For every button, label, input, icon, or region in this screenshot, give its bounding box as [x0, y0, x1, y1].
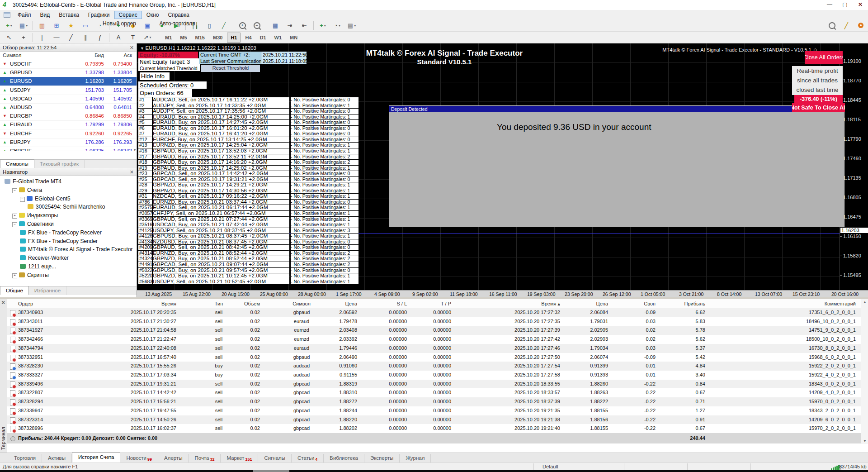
maximize-button[interactable]: ▢	[837, 0, 853, 10]
column-header-oprice[interactable]: Цена	[312, 299, 357, 308]
market-row-gbpchf[interactable]: ▲GBPCHF1.062251.06242▾	[0, 147, 137, 151]
line-chart-button[interactable]: ╱	[217, 20, 231, 31]
terminal-close-icon[interactable]: ✕	[1, 300, 5, 305]
column-header-cprice[interactable]: Цена	[563, 299, 608, 308]
column-header-0[interactable]: Символ	[3, 52, 21, 58]
expand-plus-icon[interactable]: +	[12, 273, 17, 278]
column-header-1[interactable]: Бид	[94, 52, 104, 58]
close-button[interactable]: ✕	[853, 0, 868, 10]
fibo-tool-button[interactable]: ƒ	[93, 32, 107, 43]
timeframe-m15-button[interactable]: M15	[192, 33, 208, 43]
terminal-scrollbar[interactable]: ▲ ▼	[861, 299, 868, 444]
menu-файл[interactable]: Файл	[13, 11, 36, 19]
templates-button[interactable]: ▤▾	[345, 20, 359, 31]
collapse-minus-icon[interactable]: −	[20, 197, 25, 202]
zoom-out-button[interactable]: −	[250, 20, 264, 31]
data-window-toggle-button[interactable]: ⊞	[50, 20, 63, 31]
zoom-in-button[interactable]: +	[236, 20, 249, 31]
navigator-item-3[interactable]: 30025494: Serhii Marchenko	[28, 204, 105, 210]
table-row[interactable]: 3873447942025.10.17 22:40:08sell0.02eura…	[7, 344, 861, 353]
column-header-comment[interactable]: Комментарий	[720, 299, 856, 308]
navigator-item-4[interactable]: +Индикаторы	[12, 212, 58, 219]
navigator-toggle-button[interactable]: ★	[64, 20, 78, 31]
timeframe-m5-button[interactable]: M5	[176, 33, 190, 43]
menu-окно[interactable]: Окно	[142, 11, 164, 19]
market-row-eurgbp[interactable]: ▼EURGBP0.868460.86850	[0, 112, 137, 121]
table-row[interactable]: 3873394962025.10.17 19:31:21sell0.02gbpc…	[7, 380, 861, 389]
menu-вид[interactable]: Вид	[36, 11, 55, 19]
navigator-item-11[interactable]: +Скрипты	[12, 272, 49, 279]
market-row-usdjpy[interactable]: ▲USDJPY151.703151.705	[0, 86, 137, 95]
navigator-item-7[interactable]: FX Blue - TradeCopy Sender	[20, 238, 98, 245]
navigator-item-10[interactable]: 1211 еще...	[20, 263, 56, 270]
market-row-eurusd[interactable]: ▲EURUSD1.162031.16205	[0, 77, 137, 86]
column-header-2[interactable]: Аск	[124, 52, 132, 58]
navigator-item-6[interactable]: FX Blue - TradeCopy Receiver	[20, 229, 102, 236]
collapse-minus-icon[interactable]: −	[12, 222, 17, 227]
tab-активы[interactable]: Активы	[42, 454, 72, 462]
new-chart-button[interactable]: +▾	[2, 20, 16, 31]
vline-tool-button[interactable]: |	[35, 32, 49, 43]
navigator-close-icon[interactable]: ✕	[130, 168, 134, 176]
column-header-swap[interactable]: Своп	[619, 299, 656, 308]
column-header-tp[interactable]: T / P	[406, 299, 451, 308]
navigator-item-5[interactable]: −Советники	[12, 221, 54, 228]
column-header-vol[interactable]: Объем	[224, 299, 260, 308]
tab-маркет[interactable]: Маркет151	[221, 454, 258, 462]
tab-алерты[interactable]: Алерты	[158, 454, 189, 462]
menu-справка[interactable]: Справка	[164, 11, 194, 19]
options-button[interactable]: ▣	[141, 20, 154, 31]
new-order-button[interactable]: +Новый ордер	[112, 20, 125, 31]
table-row[interactable]: 3873329512025.10.17 16:57:40sell0.02gbpa…	[7, 353, 861, 362]
table-row[interactable]: 3873282302025.10.17 15:55:26buy0.02audca…	[7, 362, 861, 371]
timeframe-mn-button[interactable]: MN	[286, 33, 301, 43]
periods-button[interactable]: ◔▾	[330, 20, 344, 31]
timeframe-w1-button[interactable]: W1	[271, 33, 286, 43]
channel-tool-button[interactable]: ∥	[79, 32, 92, 43]
navigator-item-2[interactable]: −EGlobal-Cent5	[20, 195, 71, 202]
expand-icon[interactable]: ▼	[140, 46, 145, 51]
search-button[interactable]	[825, 20, 839, 31]
text-tool-button[interactable]: A	[112, 32, 125, 43]
table-row[interactable]: 3873419272025.10.17 21:04:58sell0.02eurn…	[7, 326, 861, 335]
terminal-toggle-button[interactable]: ▭	[79, 20, 92, 31]
table-row[interactable]: 3873430112025.10.17 21:30:27sell0.02eura…	[7, 317, 861, 326]
column-header-order[interactable]: Ордер	[18, 299, 68, 308]
market-row-gbpusd[interactable]: ▲GBPUSD1.337981.33804	[0, 68, 137, 77]
tab-почта[interactable]: Почта32	[189, 454, 221, 462]
notifications-button[interactable]	[854, 20, 868, 31]
table-row[interactable]: 3873424662025.10.17 21:22:47sell0.02eurn…	[7, 335, 861, 344]
chevron-down-icon[interactable]: ▾	[134, 147, 136, 151]
navigator-item-9[interactable]: Receiver-Worker	[20, 255, 69, 262]
table-row[interactable]: 3873233142025.10.17 14:50:26sell0.02gbpc…	[7, 415, 861, 424]
expand-plus-icon[interactable]: +	[12, 214, 17, 219]
navigator-item-1[interactable]: −Счета	[12, 187, 42, 194]
tab-библиотека[interactable]: Библиотека	[324, 454, 364, 462]
chart-shift-button[interactable]: ⇤	[297, 20, 311, 31]
menu-вставка[interactable]: Вставка	[54, 11, 84, 19]
tab-эксперты[interactable]: Эксперты	[364, 454, 400, 462]
tab-common[interactable]: Общие	[0, 286, 29, 295]
tile-windows-button[interactable]: ▦	[269, 20, 282, 31]
status-profile[interactable]: Default	[542, 464, 558, 469]
market-row-euraud[interactable]: ▲EURAUD1.792991.79306	[0, 120, 137, 129]
collapse-minus-icon[interactable]: −	[12, 188, 17, 193]
market-watch-close-icon[interactable]: ✕	[130, 43, 134, 52]
column-header-ctime[interactable]: Время ▴	[488, 299, 560, 308]
table-row[interactable]: 3873409032025.10.17 20:20:35sell0.02gbpa…	[7, 308, 861, 317]
trendline-tool-button[interactable]: ╱	[64, 32, 78, 43]
navigator-item-8[interactable]: MT4talk © Forex AI Signal - Trade Execut…	[20, 246, 133, 253]
deposit-dialog[interactable]: Deposit Detected You deposited 9.36 USD …	[389, 105, 844, 227]
quick-edit-button[interactable]: ╱	[840, 20, 853, 31]
ea-reset-threshold-button[interactable]: Reset Threshold	[201, 65, 260, 72]
tab-favorites[interactable]: Избранное	[29, 286, 66, 295]
cursor-tool-button[interactable]: ↖	[2, 32, 16, 43]
market-row-audusd[interactable]: ▲AUDUSD0.648080.64811	[0, 103, 137, 112]
timeframe-m30-button[interactable]: M30	[209, 33, 226, 43]
label-tool-button[interactable]: T	[126, 32, 140, 43]
tab-история-счета[interactable]: История Счета	[72, 452, 121, 462]
market-row-usdchf[interactable]: ▼USDCHF0.793950.79400	[0, 60, 137, 69]
crosshair-tool-button[interactable]: +	[17, 32, 30, 43]
minimize-button[interactable]: —	[822, 0, 837, 10]
market-watch-toggle-button[interactable]: ▥	[35, 20, 49, 31]
